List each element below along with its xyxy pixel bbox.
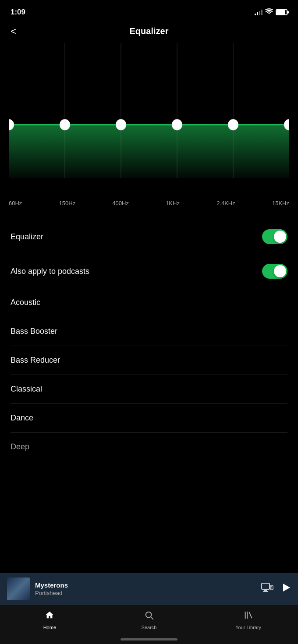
freq-label-15khz: 15KHz [272,200,289,206]
now-playing-bar[interactable]: Mysterons Portishead [0,573,298,605]
tab-search-label: Search [142,625,157,630]
svg-rect-15 [263,591,268,592]
tab-library-label: Your Library [235,625,261,630]
home-indicator [121,638,177,640]
now-playing-controls [261,583,291,595]
frequency-labels: 60Hz 150Hz 400Hz 1KHz 2.4KHz 15KHz [0,196,298,206]
play-button[interactable] [282,583,291,595]
svg-point-8 [60,119,70,130]
freq-label-400hz: 400Hz [112,200,129,206]
track-name: Mysterons [35,581,261,589]
page-title: Equalizer [11,26,287,36]
tab-search[interactable]: Search [99,610,199,630]
track-info: Mysterons Portishead [30,581,261,596]
search-icon [144,610,154,623]
settings-section: Equalizer Also apply to podcasts [0,220,298,288]
freq-label-1khz: 1KHz [166,200,180,206]
preset-acoustic-label: Acoustic [11,298,40,307]
svg-point-10 [172,119,182,130]
podcast-label: Also apply to podcasts [11,267,89,276]
preset-dance-label: Dance [11,413,33,422]
preset-classical[interactable]: Classical [11,375,287,404]
freq-label-60hz: 60Hz [9,200,22,206]
svg-marker-6 [9,125,289,178]
album-art-image [7,578,30,600]
svg-point-9 [116,119,126,130]
preset-bass-booster-label: Bass Booster [11,327,57,336]
presets-section: Acoustic Bass Booster Bass Reducer Class… [0,288,298,486]
back-button[interactable]: < [7,24,20,39]
tab-library[interactable]: Your Library [199,610,298,630]
preset-bass-reducer[interactable]: Bass Reducer [11,346,287,375]
home-icon [45,610,54,623]
signal-bars-icon [255,9,263,15]
header: < Equalizer [0,22,298,43]
preset-classical-label: Classical [11,385,42,393]
tab-home-label: Home [43,625,56,630]
equalizer-toggle-knob [274,231,286,243]
podcast-toggle-knob [274,265,286,277]
status-bar: 1:09 [0,0,298,22]
track-artist: Portishead [35,590,261,596]
eq-graph-container [0,43,298,192]
preset-bass-booster[interactable]: Bass Booster [11,317,287,346]
preset-acoustic[interactable]: Acoustic [11,288,287,317]
equalizer-label: Equalizer [11,232,43,242]
freq-label-24khz: 2.4KHz [216,200,235,206]
svg-line-20 [151,617,153,619]
freq-label-150hz: 150Hz [59,200,76,206]
preset-bass-reducer-label: Bass Reducer [11,356,60,364]
status-icons [255,8,287,16]
podcast-setting-row: Also apply to podcasts [11,254,287,288]
svg-rect-13 [262,583,270,589]
equalizer-setting-row: Equalizer [11,220,287,254]
tab-home[interactable]: Home [0,610,99,630]
status-time: 1:09 [11,8,25,17]
preset-deep-label: Deep [11,442,29,451]
album-art [7,578,30,600]
device-connect-icon[interactable] [261,583,273,595]
battery-icon [276,9,287,15]
preset-dance[interactable]: Dance [11,404,287,433]
svg-point-11 [228,119,238,130]
svg-rect-14 [264,589,267,591]
eq-graph[interactable] [9,43,289,192]
preset-deep[interactable]: Deep [11,433,287,486]
equalizer-toggle[interactable] [262,229,287,244]
library-icon [244,610,253,623]
wifi-icon [265,8,273,16]
podcast-toggle[interactable] [262,264,287,279]
svg-rect-16 [270,585,273,590]
